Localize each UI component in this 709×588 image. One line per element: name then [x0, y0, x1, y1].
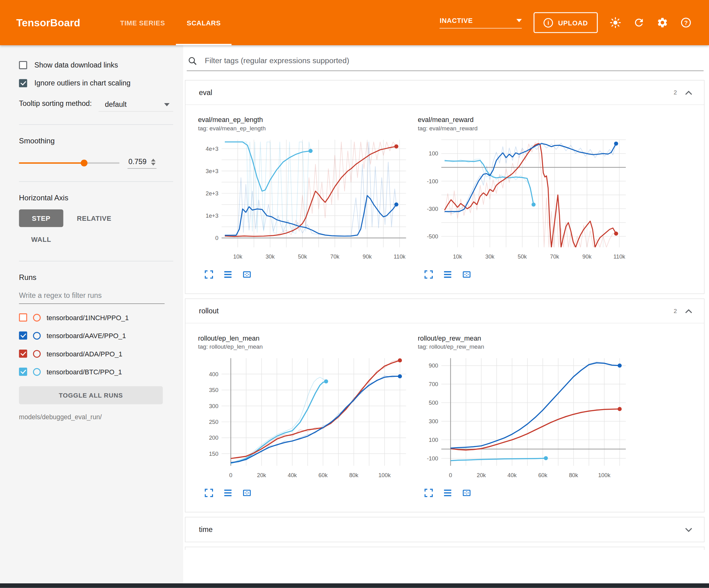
toggle-all-runs-button[interactable]: TOGGLE ALL RUNS — [19, 386, 162, 404]
svg-text:50k: 50k — [298, 253, 307, 260]
section-eval: eval 2 eval/mean_ep_length tag: eval/mea… — [185, 80, 704, 294]
chart-tag: tag: eval/mean_reward — [418, 125, 637, 132]
brightness-icon[interactable] — [610, 17, 621, 28]
svg-text:150: 150 — [209, 451, 218, 457]
data-table-button[interactable] — [442, 269, 453, 280]
fullscreen-button[interactable] — [423, 487, 434, 498]
expand-section-button[interactable] — [682, 525, 695, 534]
chart-canvas[interactable]: 020k40k60k80k100k-100100300500700900 — [418, 354, 630, 482]
refresh-icon[interactable] — [633, 17, 645, 28]
svg-text:0: 0 — [215, 235, 218, 241]
svg-text:2e+3: 2e+3 — [206, 190, 218, 197]
slider-thumb-icon[interactable] — [81, 160, 88, 167]
run-item-ada[interactable]: tensorboard/ADA/PPO_1 — [19, 344, 173, 363]
run-color-circle-icon[interactable] — [33, 350, 41, 358]
fullscreen-button[interactable] — [423, 269, 434, 280]
bottom-bar — [0, 583, 709, 588]
svg-text:1e+3: 1e+3 — [206, 212, 218, 219]
run-checkbox[interactable] — [19, 332, 27, 340]
axis-wall-button[interactable]: WALL — [19, 231, 63, 248]
chart-title: rollout/ep_len_mean — [198, 334, 418, 342]
run-checkbox[interactable] — [19, 313, 27, 322]
svg-text:110k: 110k — [394, 253, 405, 260]
inactive-dropdown-label: INACTIVE — [440, 17, 473, 24]
svg-text:700: 700 — [429, 381, 438, 387]
svg-text:70k: 70k — [550, 253, 559, 260]
settings-sidebar: Show data download links Ignore outliers… — [0, 45, 183, 583]
tooltip-sorting-label: Tooltip sorting method: — [19, 99, 99, 108]
svg-text:20k: 20k — [257, 472, 266, 478]
app-title: TensorBoard — [17, 17, 80, 28]
tag-filter-input[interactable] — [204, 56, 704, 66]
fit-domain-button[interactable] — [241, 487, 252, 498]
run-item-aave[interactable]: tensorboard/AAVE/PPO_1 — [19, 326, 173, 344]
divider — [19, 181, 173, 182]
ignore-outliers-label: Ignore outliers in chart scaling — [34, 79, 130, 87]
upload-button-label: UPLOAD — [558, 19, 588, 27]
run-item-1inch[interactable]: tensorboard/1INCH/PPO_1 — [19, 308, 173, 326]
section-rollout-header[interactable]: rollout 2 — [185, 299, 704, 323]
chart-card-ep-len-mean: rollout/ep_len_mean tag: rollout/ep_len_… — [198, 334, 418, 498]
run-item-btc[interactable]: tensorboard/BTC/PPO_1 — [19, 363, 173, 381]
runs-label: Runs — [19, 273, 173, 282]
tooltip-sorting-dropdown[interactable]: default — [99, 99, 173, 111]
horizontal-axis-label: Horizontal Axis — [19, 194, 173, 202]
run-checkbox[interactable] — [19, 367, 27, 376]
settings-icon[interactable] — [657, 17, 668, 28]
stepper-arrows-icon[interactable] — [151, 158, 156, 165]
show-download-links-checkbox[interactable] — [19, 61, 27, 69]
tooltip-sorting-value: default — [105, 100, 127, 108]
smoothing-slider[interactable] — [19, 159, 119, 166]
fit-domain-button[interactable] — [461, 487, 472, 498]
chart-canvas[interactable]: 10k30k50k70k90k110k100-100-300-500 — [418, 135, 630, 264]
section-eval-header[interactable]: eval 2 — [185, 80, 704, 105]
fit-domain-button[interactable] — [461, 269, 472, 280]
svg-text:30k: 30k — [485, 253, 494, 260]
run-list: tensorboard/1INCH/PPO_1 tensorboard/AAVE… — [19, 308, 173, 381]
run-item-label: tensorboard/1INCH/PPO_1 — [47, 314, 129, 322]
chevron-down-icon — [164, 103, 170, 106]
chart-canvas[interactable]: 10k30k50k70k90k110k01e+32e+33e+34e+3 — [198, 135, 411, 264]
next-section-edge — [185, 547, 704, 550]
axis-relative-button[interactable]: RELATIVE — [71, 209, 117, 227]
svg-text:300: 300 — [209, 403, 218, 409]
smoothing-label: Smoothing — [19, 136, 173, 145]
fullscreen-button[interactable] — [203, 269, 214, 280]
tab-time-series[interactable]: TIME SERIES — [109, 0, 176, 45]
run-color-circle-icon[interactable] — [33, 368, 41, 376]
tab-scalars[interactable]: SCALARS — [176, 0, 232, 45]
upload-button[interactable]: i UPLOAD — [534, 12, 598, 33]
fullscreen-button[interactable] — [203, 487, 214, 498]
inactive-dropdown[interactable]: INACTIVE — [440, 17, 522, 28]
svg-text:10k: 10k — [453, 253, 462, 260]
svg-text:80k: 80k — [569, 472, 578, 478]
collapse-section-button[interactable] — [682, 87, 695, 98]
svg-text:-500: -500 — [427, 233, 439, 240]
run-item-label: tensorboard/BTC/PPO_1 — [47, 368, 122, 376]
collapse-section-button[interactable] — [682, 306, 695, 316]
smoothing-value-input[interactable]: 0.759 — [128, 157, 156, 169]
data-table-button[interactable] — [222, 269, 233, 280]
svg-text:40k: 40k — [507, 472, 517, 478]
app-header: TensorBoard TIME SERIES SCALARS INACTIVE… — [0, 0, 709, 45]
ignore-outliers-checkbox[interactable] — [19, 79, 27, 87]
fit-domain-button[interactable] — [241, 269, 252, 280]
chart-canvas[interactable]: 020k40k60k80k100k150200250300350400 — [198, 354, 411, 482]
axis-step-button[interactable]: STEP — [19, 209, 63, 227]
run-checkbox[interactable] — [19, 350, 27, 358]
svg-text:-100: -100 — [427, 178, 439, 184]
data-table-button[interactable] — [222, 487, 233, 498]
svg-text:90k: 90k — [363, 253, 372, 260]
data-table-button[interactable] — [442, 487, 453, 498]
run-color-circle-icon[interactable] — [33, 332, 41, 339]
svg-text:70k: 70k — [330, 253, 340, 260]
section-time-header[interactable]: time — [185, 517, 704, 542]
run-item-label: tensorboard/AAVE/PPO_1 — [47, 332, 126, 339]
svg-text:50k: 50k — [518, 253, 527, 260]
run-color-circle-icon[interactable] — [33, 314, 41, 322]
svg-text:350: 350 — [209, 387, 218, 393]
svg-text:60k: 60k — [538, 472, 547, 478]
runs-filter-input[interactable] — [19, 288, 164, 304]
help-icon[interactable]: ? — [680, 17, 692, 28]
svg-text:-300: -300 — [427, 206, 439, 212]
